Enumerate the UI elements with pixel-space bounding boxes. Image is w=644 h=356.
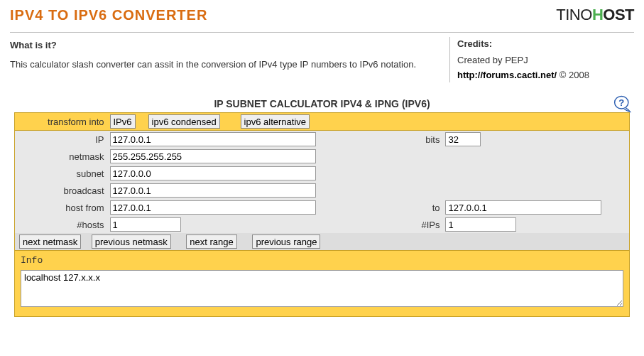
next-range-button[interactable]: next range: [186, 234, 236, 249]
info-label: Info: [21, 255, 623, 266]
transform-label: transform into: [15, 113, 107, 131]
credits-year: © 2008: [560, 70, 589, 80]
next-netmask-button[interactable]: next netmask: [19, 234, 81, 249]
bits-input[interactable]: [445, 132, 481, 146]
ip-input[interactable]: [110, 132, 316, 146]
hosts-input[interactable]: [110, 217, 181, 232]
to-label: to: [350, 199, 442, 216]
logo-text-2: H: [592, 6, 603, 23]
netmask-label: netmask: [15, 148, 107, 165]
divider: [10, 32, 634, 33]
ipv6-alternative-button[interactable]: ipv6 alternative: [241, 114, 310, 129]
ipv6-condensed-button[interactable]: ipv6 condensed: [148, 114, 220, 129]
credits-heading: Credits:: [457, 37, 634, 52]
hostfrom-label: host from: [15, 199, 107, 216]
logo-text-1: TINO: [556, 6, 592, 23]
hostfrom-input[interactable]: [110, 200, 316, 215]
help-icon[interactable]: ?: [613, 94, 633, 114]
ipv6-button[interactable]: IPv6: [110, 114, 136, 129]
what-is-it-text: This calculator slash converter can assi…: [10, 56, 435, 74]
credits-link[interactable]: http://forums.cacti.net/: [457, 70, 557, 80]
broadcast-label: broadcast: [15, 182, 107, 199]
brand-logo: TINOHOST: [556, 6, 634, 24]
subnet-label: subnet: [15, 165, 107, 182]
page-title: IPV4 TO IPV6 CONVERTER: [10, 7, 207, 23]
ip-label: IP: [15, 131, 107, 149]
netmask-input[interactable]: [110, 149, 316, 163]
info-textarea[interactable]: [21, 270, 623, 307]
credits-created: Created by PEPJ: [457, 53, 634, 68]
to-input[interactable]: [445, 200, 601, 215]
bits-label: bits: [350, 131, 442, 149]
previous-netmask-button[interactable]: previous netmask: [92, 234, 171, 249]
previous-range-button[interactable]: previous range: [252, 234, 320, 249]
subnet-input[interactable]: [110, 166, 316, 180]
what-is-it-heading: What is it?: [10, 37, 435, 55]
logo-text-3: OST: [603, 6, 634, 23]
hosts-label: #hosts: [15, 216, 107, 233]
svg-text:?: ?: [618, 97, 624, 108]
ips-label: #IPs: [350, 216, 442, 233]
calc-title: IP SUBNET CALCULATOR IPV4 & IPNG (IPV6): [214, 98, 430, 109]
ips-input[interactable]: [445, 217, 516, 232]
broadcast-input[interactable]: [110, 183, 316, 198]
